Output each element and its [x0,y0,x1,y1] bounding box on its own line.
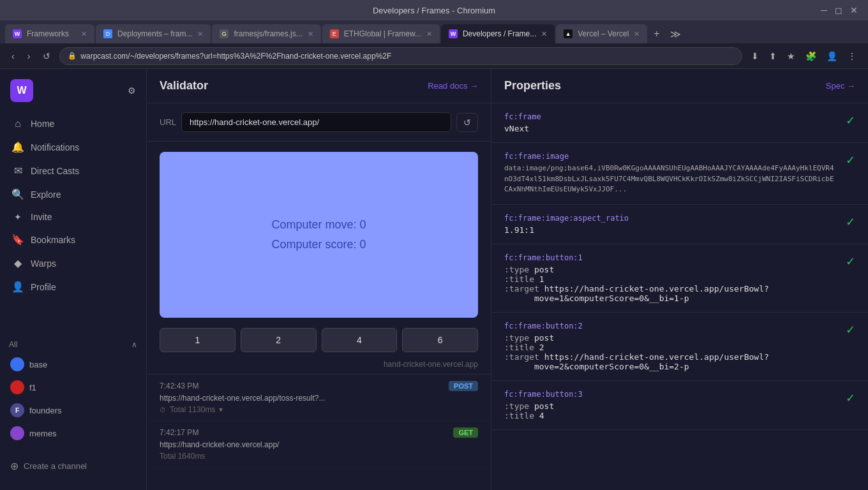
channel-label-memes: memes [29,429,57,438]
tab-more-button[interactable]: ≫ [666,24,685,43]
tab-label-frameworks: Frameworks [27,29,76,38]
tab-close-frameworks[interactable]: ✕ [81,30,87,38]
tab-close-framesjs[interactable]: ✕ [308,30,313,38]
property-fc-frame-image: fc:frame:image data:image/png;base64,iVB… [491,143,868,205]
tab-ethglobal[interactable]: E ETHGlobal | Framew... ✕ [322,24,440,43]
channel-avatar-base [10,357,24,371]
settings-icon[interactable]: ⚙ [128,85,136,96]
channel-item-memes[interactable]: memes [5,422,141,445]
create-channel-button[interactable]: ⊕ Create a channel [10,455,136,477]
app-logo[interactable]: W [10,79,33,102]
url-input-row: URL ↺ [147,103,491,142]
tab-developers[interactable]: W Developers / Frame... ✕ [441,24,555,43]
forward-button[interactable]: › [24,48,34,64]
back-button[interactable]: ‹ [8,48,19,64]
nav-bar: ‹ › ↺ 🔒 warpcast.com/~/developers/frames… [0,43,868,69]
share-button[interactable]: ⬆ [765,48,781,64]
sidebar-item-label-warps: Warps [31,258,56,269]
tab-favicon-vercel: ▲ [564,29,572,38]
channels-label: All [9,340,17,349]
tab-vercel[interactable]: ▲ Vercel – Vercel ✕ [556,24,647,43]
reload-button[interactable]: ↺ [39,48,54,64]
spec-link[interactable]: Spec → [826,81,855,91]
window-controls: ─ ◻ ✕ [821,5,858,15]
tab-close-vercel[interactable]: ✕ [634,30,640,38]
tab-label-vercel: Vercel – Vercel [578,29,629,38]
property-content-button-1: fc:frame:button:1 :type post :title 1 :t… [504,253,838,303]
channel-item-founders[interactable]: F founders [5,399,141,422]
property-content-fc-frame: fc:frame vNext [504,112,838,133]
tab-label-deployments: Deployments – fram... [117,29,192,38]
sidebar-item-label-notifications: Notifications [31,142,79,152]
refresh-button[interactable]: ↺ [456,113,478,132]
new-tab-button[interactable]: + [648,24,664,43]
sidebar-item-label-bookmarks: Bookmarks [31,235,75,245]
frame-button-4[interactable]: 4 [322,328,398,352]
log-entry-0[interactable]: 7:42:43 PM POST https://hand-cricket-one… [147,375,491,421]
computer-score-text: Computer score: 0 [271,238,366,251]
log-timing-0[interactable]: ⏱ Total 1130ms ▾ [160,405,478,414]
download-button[interactable]: ⬇ [747,48,763,64]
channels-header: All ∧ [5,336,141,353]
tab-deployments[interactable]: D Deployments – fram... ✕ [96,24,211,43]
profile-button[interactable]: 👤 [823,48,841,64]
channel-avatar-founders: F [10,403,24,417]
minimize-button[interactable]: ─ [821,5,827,15]
sidebar-item-profile[interactable]: 👤 Profile [5,275,141,299]
warps-icon: ◆ [11,257,24,269]
url-bar[interactable]: 🔒 warpcast.com/~/developers/frames?url=h… [59,47,742,65]
bookmark-button[interactable]: ★ [783,48,799,64]
properties-header: Properties Spec → [491,69,868,103]
tab-favicon-frameworks: W [13,29,22,38]
channel-label-base: base [29,360,47,369]
sidebar-item-home[interactable]: ⌂ Home [5,112,141,135]
channel-avatar-memes [10,426,24,440]
tab-close-developers[interactable]: ✕ [541,30,547,38]
log-time-0: 7:42:43 PM [160,382,198,390]
validator-title: Validator [160,79,208,93]
sidebar-item-warps[interactable]: ◆ Warps [5,251,141,275]
sidebar-item-explore[interactable]: 🔍 Explore [5,182,141,206]
frame-button-2[interactable]: 2 [241,328,317,352]
channel-item-base[interactable]: base [5,353,141,376]
sidebar-item-bookmarks[interactable]: 🔖 Bookmarks [5,228,141,251]
log-time-1: 7:42:17 PM [160,428,198,437]
property-content-aspect-ratio: fc:frame:image:aspect_ratio 1.91:1 [504,214,838,235]
frame-preview: Computer move: 0 Computer score: 0 [160,152,478,318]
explore-icon: 🔍 [11,188,24,200]
extensions-button[interactable]: 🧩 [802,48,820,64]
tab-frameworks[interactable]: W Frameworks ✕ [5,24,94,43]
tab-favicon-ethglobal: E [330,29,339,38]
log-url-1: https://hand-cricket-one.vercel.app/ [160,440,478,449]
sidebar-item-label-explore: Explore [31,189,61,200]
sidebar-item-notifications[interactable]: 🔔 Notifications [5,135,141,159]
menu-button[interactable]: ⋮ [844,48,860,64]
read-docs-link[interactable]: Read docs → [428,81,478,91]
channels-collapse-icon[interactable]: ∧ [131,340,137,349]
tab-framesjs[interactable]: G framesjs/frames.js... ✕ [212,24,320,43]
maximize-button[interactable]: ◻ [835,5,842,15]
property-aspect-ratio: fc:frame:image:aspect_ratio 1.91:1 ✓ [491,205,868,244]
property-key-fc-frame: fc:frame [504,112,838,121]
validator-header: Validator Read docs → [147,69,491,103]
log-entry-1[interactable]: 7:42:17 PM GET https://hand-cricket-one.… [147,421,491,468]
channel-label-founders: founders [29,406,62,415]
tab-close-ethglobal[interactable]: ✕ [426,30,432,38]
sidebar-channels: All ∧ base f1 F founders memes [0,331,146,450]
url-input[interactable] [181,112,451,132]
notifications-icon: 🔔 [11,141,24,153]
sidebar-nav: ⌂ Home 🔔 Notifications ✉ Direct Casts 🔍 … [0,112,146,331]
sidebar-item-invite[interactable]: ✦ Invite [5,206,141,228]
close-button[interactable]: ✕ [850,5,858,15]
frame-button-6[interactable]: 6 [402,328,478,352]
property-fc-frame: fc:frame vNext ✓ [491,103,868,143]
tab-label-framesjs: framesjs/frames.js... [234,29,302,38]
frame-button-1[interactable]: 1 [160,328,236,352]
log-header-0: 7:42:43 PM POST [160,381,478,391]
browser-chrome: Developers / Frames - Chromium ─ ◻ ✕ W F… [0,0,868,69]
check-icon-button-2: ✓ [846,323,855,337]
log-header-1: 7:42:17 PM GET [160,427,478,438]
tab-close-deployments[interactable]: ✕ [197,30,203,38]
sidebar-item-direct-casts[interactable]: ✉ Direct Casts [5,159,141,182]
channel-item-f1[interactable]: f1 [5,376,141,399]
